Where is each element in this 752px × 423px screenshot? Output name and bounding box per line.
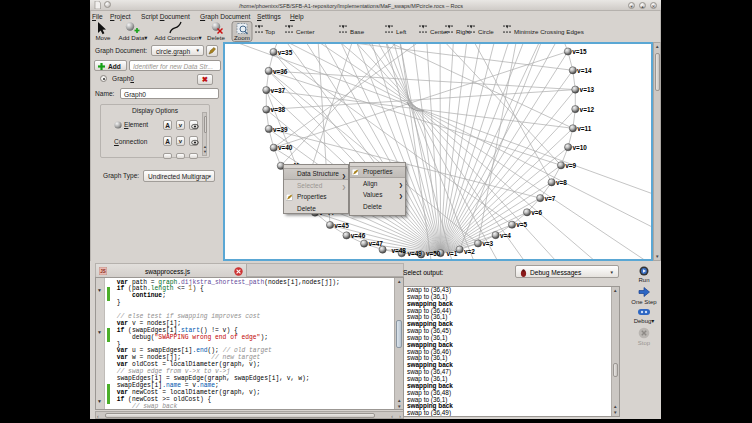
svg-text:v=40: v=40 (278, 144, 293, 151)
svg-text:v=6: v=6 (531, 209, 542, 216)
svg-text:v=48: v=48 (392, 247, 407, 254)
svg-text:v=45: v=45 (334, 222, 349, 229)
svg-text:v=10: v=10 (572, 144, 587, 151)
svg-text:v=37: v=37 (271, 87, 286, 94)
svg-text:v=35: v=35 (278, 49, 293, 56)
svg-text:v=15: v=15 (572, 48, 587, 55)
svg-text:v=14: v=14 (577, 67, 592, 74)
svg-text:v=2: v=2 (464, 248, 475, 255)
svg-text:v=49: v=49 (408, 250, 423, 257)
svg-text:v=3: v=3 (482, 240, 493, 247)
svg-text:v=7: v=7 (545, 195, 556, 202)
svg-text:v=11: v=11 (577, 125, 591, 132)
svg-text:v=9: v=9 (565, 162, 576, 169)
svg-text:v=50: v=50 (426, 250, 441, 257)
svg-text:v=39: v=39 (273, 126, 288, 133)
svg-text:v=4: v=4 (500, 232, 511, 239)
svg-text:v=13: v=13 (580, 86, 595, 93)
svg-text:v=5: v=5 (516, 221, 527, 228)
svg-text:v=47: v=47 (368, 240, 383, 247)
svg-text:v=12: v=12 (580, 106, 595, 113)
svg-text:v=1: v=1 (447, 250, 458, 257)
svg-text:v=36: v=36 (273, 68, 288, 75)
svg-text:v=46: v=46 (351, 232, 366, 239)
svg-text:v=8: v=8 (556, 179, 567, 186)
svg-text:JS: JS (100, 269, 106, 274)
svg-text:v=38: v=38 (271, 106, 286, 113)
